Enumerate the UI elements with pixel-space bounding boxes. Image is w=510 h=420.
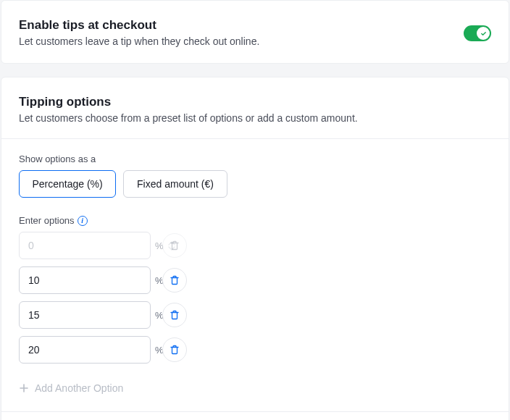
seg-percentage-button[interactable]: Percentage (%) [19, 170, 116, 198]
trash-icon [170, 240, 180, 251]
quantity-stepper: % [19, 232, 151, 259]
delete-option-button[interactable] [162, 268, 187, 293]
show-options-label: Show options as a [19, 154, 491, 164]
enable-tips-toggle[interactable] [464, 25, 491, 41]
trash-icon [170, 345, 180, 355]
show-options-segmented: Percentage (%) Fixed amount (€) [19, 170, 491, 198]
divider [1, 411, 509, 412]
enable-tips-card: Enable tips at checkout Let customers le… [1, 0, 509, 64]
trash-icon [170, 275, 180, 285]
enter-options-label: Enter options i [19, 215, 491, 226]
quantity-stepper[interactable]: % [19, 301, 151, 329]
check-icon [480, 30, 487, 37]
seg-fixed-button[interactable]: Fixed amount (€) [123, 170, 227, 198]
delete-option-button[interactable] [162, 337, 187, 362]
enable-tips-subtitle: Let customers leave a tip when they chec… [19, 35, 491, 47]
option-input [28, 240, 155, 251]
tipping-options-card: Tipping options Let customers choose fro… [1, 77, 509, 420]
option-row: % [19, 301, 491, 329]
toggle-knob [477, 27, 490, 40]
info-icon[interactable]: i [78, 216, 88, 226]
option-input[interactable] [28, 309, 155, 321]
divider [1, 138, 509, 139]
delete-option-button [162, 233, 187, 258]
tipping-options-subtitle: Let customers choose from a preset list … [19, 112, 491, 124]
trash-icon [170, 310, 180, 320]
option-row: % [19, 336, 491, 364]
quantity-stepper[interactable]: % [19, 266, 151, 294]
tipping-options-title: Tipping options [19, 95, 491, 109]
option-row: % [19, 232, 491, 259]
option-input[interactable] [28, 274, 155, 286]
add-option-button[interactable]: Add Another Option [19, 379, 491, 397]
enable-tips-title: Enable tips at checkout [19, 18, 491, 33]
quantity-stepper[interactable]: % [19, 336, 151, 364]
option-row: % [19, 266, 491, 294]
plus-icon [19, 383, 29, 393]
delete-option-button[interactable] [162, 303, 187, 327]
option-input[interactable] [28, 344, 155, 356]
